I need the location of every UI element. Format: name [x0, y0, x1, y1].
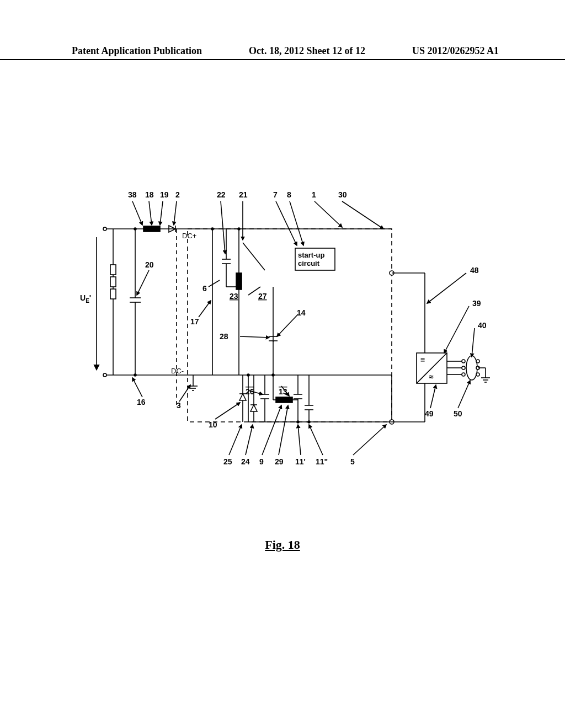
svg-line-116: [277, 314, 298, 336]
svg-line-115: [240, 336, 269, 338]
svg-point-18: [462, 366, 465, 370]
svg-rect-32: [110, 289, 116, 299]
label-17: 17: [190, 317, 199, 326]
label-13: 13: [279, 387, 287, 396]
svg-line-92: [149, 201, 152, 225]
svg-point-84: [134, 374, 136, 376]
svg-line-108: [209, 280, 220, 287]
label-38: 38: [128, 190, 137, 199]
svg-line-97: [276, 201, 297, 245]
label-25: 25: [223, 457, 232, 466]
label-5: 5: [350, 457, 355, 466]
inv-bot: ≈: [429, 372, 434, 381]
svg-rect-0: [188, 229, 392, 422]
label-1: 1: [312, 190, 316, 199]
label-8: 8: [287, 190, 291, 199]
svg-point-23: [476, 373, 479, 376]
label-24: 24: [241, 457, 250, 466]
label-10: 10: [209, 420, 217, 429]
label-30: 30: [338, 190, 347, 199]
figure-caption: Fig. 18: [0, 538, 565, 552]
svg-line-98: [290, 201, 303, 245]
page: Patent Application Publication Oct. 18, …: [0, 0, 565, 728]
label-16: 16: [137, 398, 146, 406]
svg-line-91: [132, 201, 142, 225]
label-27: 27: [258, 292, 267, 301]
label-48: 48: [470, 266, 479, 275]
label-50: 50: [454, 409, 462, 418]
svg-point-4: [103, 373, 106, 377]
svg-line-100: [342, 201, 383, 229]
header-right: US 2012/0262952 A1: [412, 45, 499, 57]
header-left: Patent Application Publication: [72, 45, 202, 57]
label-19: 19: [160, 190, 169, 199]
svg-point-89: [308, 421, 310, 423]
figure-18: UE' DC+ DC- start-up circuit = ≈ 38 18 1…: [77, 176, 497, 485]
label-28: 28: [220, 332, 228, 341]
label-49: 49: [425, 409, 434, 418]
label-26: 26: [246, 387, 254, 396]
svg-rect-31: [110, 277, 116, 287]
svg-line-120: [279, 405, 288, 455]
startup-line1: start-up: [298, 251, 324, 259]
label-20: 20: [145, 260, 154, 269]
header-center: Oct. 18, 2012 Sheet 12 of 12: [249, 45, 365, 57]
svg-line-122: [309, 425, 323, 455]
label-7: 7: [273, 190, 278, 199]
svg-rect-38: [143, 226, 160, 232]
svg-point-19: [462, 373, 465, 376]
label-18: 18: [145, 190, 154, 199]
label-11p: 11': [295, 457, 306, 466]
label-dc-minus: DC-: [171, 367, 184, 375]
svg-line-118: [246, 425, 253, 455]
label-21: 21: [239, 190, 248, 199]
label-3: 3: [177, 401, 181, 410]
label-2: 2: [175, 190, 180, 199]
svg-line-107: [199, 301, 211, 317]
svg-point-83: [134, 228, 136, 230]
svg-line-109: [132, 378, 142, 397]
svg-line-121: [298, 425, 301, 455]
label-29: 29: [275, 457, 284, 466]
svg-line-49: [243, 243, 265, 270]
svg-line-117: [229, 425, 242, 455]
svg-point-17: [462, 360, 465, 363]
label-14: 14: [297, 308, 306, 317]
svg-line-99: [315, 201, 342, 227]
svg-point-86: [238, 228, 240, 230]
svg-line-103: [472, 328, 475, 357]
svg-line-104: [430, 385, 436, 408]
svg-point-21: [476, 360, 479, 363]
page-header: Patent Application Publication Oct. 18, …: [0, 45, 565, 60]
svg-line-102: [444, 306, 469, 353]
label-6: 6: [202, 284, 207, 293]
inv-top: =: [420, 356, 425, 365]
label-22: 22: [217, 190, 226, 199]
svg-line-94: [174, 201, 177, 225]
label-ue: UE': [80, 293, 91, 304]
svg-rect-71: [276, 397, 292, 403]
svg-point-90: [247, 374, 249, 376]
svg-point-20: [466, 356, 477, 380]
svg-line-111: [215, 403, 240, 419]
label-dc-plus: DC+: [182, 232, 196, 240]
label-39: 39: [472, 299, 481, 308]
startup-line2: circuit: [298, 259, 320, 267]
circuit-diagram: UE' DC+ DC- start-up circuit = ≈ 38 18 1…: [77, 176, 497, 485]
svg-line-123: [353, 425, 386, 455]
svg-line-106: [137, 270, 149, 295]
svg-line-95: [221, 201, 225, 254]
label-9: 9: [259, 457, 264, 466]
svg-point-87: [272, 374, 274, 376]
svg-line-93: [160, 201, 163, 225]
svg-rect-30: [110, 265, 116, 275]
label-23: 23: [230, 292, 238, 301]
svg-line-101: [427, 273, 466, 303]
svg-line-105: [458, 381, 470, 408]
svg-line-110: [179, 385, 190, 402]
label-11pp: 11": [316, 457, 328, 466]
label-40: 40: [478, 321, 487, 330]
svg-point-2: [103, 227, 106, 231]
svg-point-85: [211, 228, 214, 230]
svg-point-88: [297, 421, 299, 423]
